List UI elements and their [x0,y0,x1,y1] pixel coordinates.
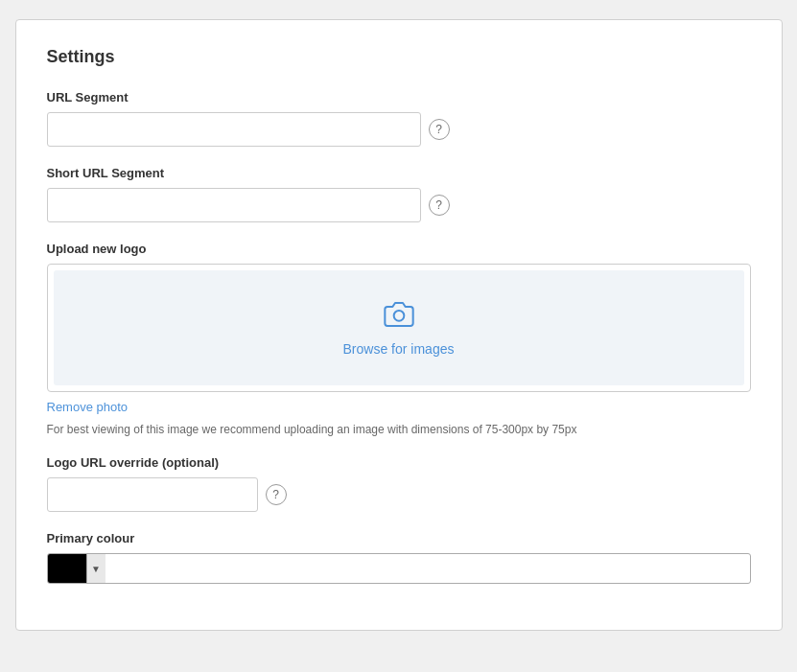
url-segment-label: URL Segment [47,90,751,104]
primary-colour-label: Primary colour [47,531,751,545]
short-url-segment-label: Short URL Segment [47,166,751,180]
color-dropdown-arrow-icon: ▼ [86,554,105,583]
logo-url-override-input[interactable] [47,477,258,512]
upload-logo-label: Upload new logo [47,242,751,256]
logo-url-override-group: Logo URL override (optional) ? [47,455,751,512]
short-url-segment-field-row: ? [47,188,751,222]
short-url-segment-group: Short URL Segment ? [47,166,751,222]
logo-url-override-help-icon[interactable]: ? [266,484,287,505]
short-url-segment-input[interactable] [47,188,421,222]
svg-point-0 [393,311,404,321]
primary-colour-picker[interactable]: ▼ [47,553,751,584]
image-hint: For best viewing of this image we recomm… [47,423,751,436]
short-url-segment-help-icon[interactable]: ? [429,195,450,216]
primary-colour-group: Primary colour ▼ [47,531,751,584]
upload-dropzone[interactable]: Browse for images [54,270,744,385]
url-segment-group: URL Segment ? [47,90,751,147]
settings-panel: Settings URL Segment ? Short URL Segment… [15,19,783,631]
url-segment-help-icon[interactable]: ? [429,119,450,140]
logo-url-override-label: Logo URL override (optional) [47,455,751,470]
upload-logo-group: Upload new logo Browse for images Remove… [47,242,751,436]
color-swatch [48,554,86,583]
remove-photo-link[interactable]: Remove photo [47,400,129,414]
logo-url-override-field-row: ? [47,477,751,512]
browse-for-images-text: Browse for images [343,341,455,357]
upload-area: Browse for images [47,264,751,392]
url-segment-field-row: ? [47,112,751,147]
camera-icon [384,299,414,334]
url-segment-input[interactable] [47,112,421,147]
page-title: Settings [47,47,751,67]
